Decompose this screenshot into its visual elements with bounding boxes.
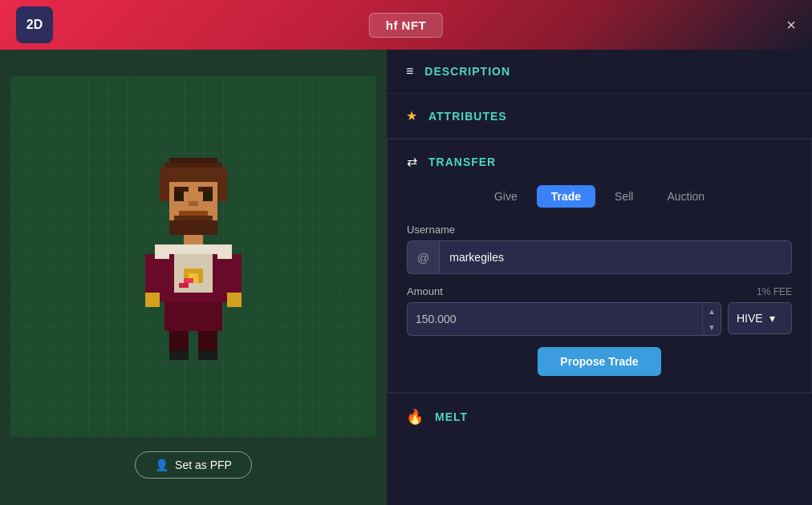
svg-rect-4 bbox=[217, 177, 227, 201]
svg-rect-23 bbox=[169, 331, 189, 350]
transfer-header[interactable]: ⇄ TRANSFER bbox=[388, 139, 811, 180]
nft-image-container bbox=[11, 76, 376, 437]
svg-rect-20 bbox=[145, 293, 160, 307]
app-logo: 2D bbox=[16, 6, 53, 43]
stepper-up[interactable]: ▲ bbox=[703, 303, 721, 319]
svg-rect-24 bbox=[198, 331, 217, 350]
svg-rect-31 bbox=[179, 283, 189, 288]
username-input[interactable] bbox=[440, 241, 791, 273]
nft-artwork bbox=[121, 148, 266, 365]
tab-auction[interactable]: Auction bbox=[652, 185, 719, 208]
melt-icon: 🔥 bbox=[406, 408, 424, 426]
tab-trade[interactable]: Trade bbox=[537, 185, 595, 208]
app-header: 2D hf NFT × bbox=[0, 0, 812, 50]
tab-give[interactable]: Give bbox=[480, 185, 532, 208]
svg-rect-32 bbox=[184, 278, 193, 283]
svg-rect-11 bbox=[169, 220, 217, 235]
amount-label-row: Amount 1% FEE bbox=[407, 285, 792, 297]
currency-value: HIVE bbox=[737, 312, 763, 325]
username-label: Username bbox=[407, 224, 792, 236]
melt-section[interactable]: 🔥 MELT bbox=[387, 393, 812, 440]
svg-rect-26 bbox=[198, 350, 217, 360]
username-input-wrap: @ bbox=[407, 240, 792, 274]
melt-label: MELT bbox=[435, 410, 468, 423]
fee-label: 1% FEE bbox=[757, 286, 792, 297]
transfer-section: ⇄ TRANSFER Give Trade Sell Auction Usern… bbox=[387, 139, 812, 393]
svg-rect-12 bbox=[184, 235, 203, 244]
attributes-section[interactable]: ★ ATTRIBUTES bbox=[387, 94, 812, 139]
app-title: hf NFT bbox=[369, 13, 443, 38]
currency-selector[interactable]: HIVE ▾ bbox=[728, 302, 792, 334]
svg-rect-25 bbox=[169, 350, 189, 360]
description-label: DESCRIPTION bbox=[424, 65, 510, 78]
stepper-down[interactable]: ▼ bbox=[703, 319, 721, 335]
svg-rect-3 bbox=[160, 177, 169, 201]
svg-rect-18 bbox=[145, 254, 160, 293]
svg-rect-29 bbox=[155, 244, 169, 259]
attributes-label: ATTRIBUTES bbox=[428, 110, 507, 123]
currency-chevron-icon: ▾ bbox=[769, 312, 775, 325]
svg-rect-7 bbox=[203, 192, 213, 201]
amount-group: Amount 1% FEE ▲ ▼ HIVE bbox=[407, 285, 792, 336]
transfer-tab-strip: Give Trade Sell Auction bbox=[388, 180, 811, 220]
svg-rect-30 bbox=[217, 244, 232, 259]
svg-rect-22 bbox=[164, 302, 222, 331]
pfp-icon: 👤 bbox=[155, 459, 168, 471]
amount-input-wrap: ▲ ▼ bbox=[407, 302, 721, 336]
left-panel: 👤 Set as PFP bbox=[0, 50, 387, 505]
svg-rect-27 bbox=[174, 187, 189, 192]
amount-input[interactable] bbox=[408, 303, 702, 335]
description-section[interactable]: ≡ DESCRIPTION bbox=[387, 50, 812, 94]
svg-rect-8 bbox=[189, 201, 198, 206]
close-button[interactable]: × bbox=[786, 16, 796, 34]
trade-form: Username @ Amount 1% FEE bbox=[388, 220, 811, 392]
svg-rect-13 bbox=[164, 244, 222, 254]
amount-row: ▲ ▼ HIVE ▾ bbox=[407, 302, 792, 336]
pfp-button-label: Set as PFP bbox=[175, 459, 232, 471]
set-as-pfp-button[interactable]: 👤 Set as PFP bbox=[135, 451, 252, 479]
propose-trade-button[interactable]: Propose Trade bbox=[538, 347, 660, 376]
svg-rect-19 bbox=[227, 254, 242, 293]
username-group: Username @ bbox=[407, 224, 792, 274]
username-prefix: @ bbox=[408, 241, 440, 273]
amount-stepper: ▲ ▼ bbox=[702, 303, 721, 335]
main-content: 👤 Set as PFP ≡ DESCRIPTION ★ ATTRIBUTES … bbox=[0, 50, 812, 505]
svg-rect-9 bbox=[179, 211, 208, 216]
attributes-icon: ★ bbox=[406, 108, 417, 123]
svg-rect-6 bbox=[174, 192, 184, 201]
svg-rect-21 bbox=[227, 293, 242, 307]
description-icon: ≡ bbox=[406, 64, 413, 79]
transfer-label: TRANSFER bbox=[428, 156, 496, 168]
transfer-icon: ⇄ bbox=[407, 154, 417, 169]
amount-label: Amount bbox=[407, 285, 443, 297]
right-panel: ≡ DESCRIPTION ★ ATTRIBUTES ⇄ TRANSFER Gi… bbox=[387, 50, 812, 505]
tab-sell[interactable]: Sell bbox=[600, 185, 648, 208]
svg-rect-28 bbox=[198, 187, 213, 192]
nft-character bbox=[11, 76, 376, 437]
